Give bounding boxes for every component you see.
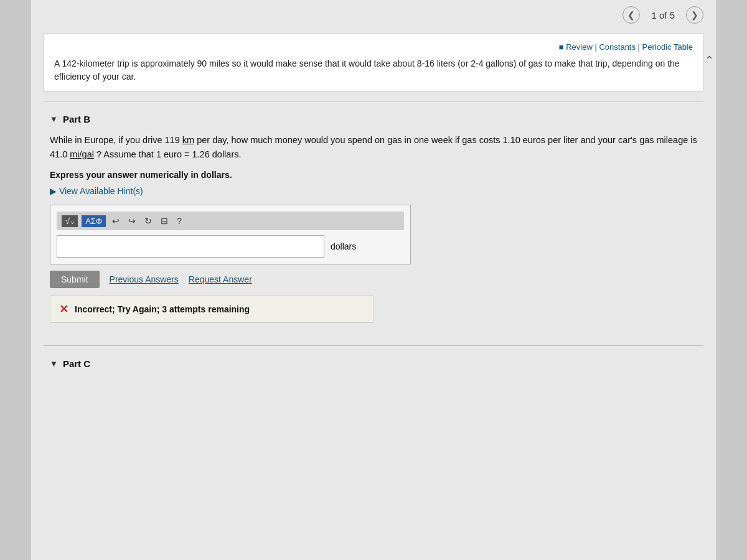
review-link[interactable]: ■ Review | Constants | Periodic Table — [559, 42, 693, 52]
next-page-button[interactable]: ❯ — [686, 6, 703, 24]
part-c-toggle[interactable]: ▼ — [50, 359, 58, 368]
math-editor-button[interactable]: √ ᵥ — [62, 215, 78, 227]
unit-label: dollars — [331, 241, 356, 251]
submit-row: Submit Previous Answers Request Answer — [50, 271, 697, 288]
keyboard-button[interactable]: ⊟ — [158, 215, 171, 227]
page-indicator: 1 of 5 — [651, 10, 675, 21]
instruction-text: Express your answer numerically in dolla… — [50, 170, 697, 180]
submit-button[interactable]: Submit — [50, 271, 100, 288]
part-b-question: While in Europe, if you drive 119 km per… — [50, 133, 697, 163]
review-bar: ■ Review | Constants | Periodic Table — [54, 41, 693, 54]
context-text: A 142-kilometer trip is approximately 90… — [54, 57, 693, 83]
divider-bottom — [44, 345, 703, 346]
sqrt-icon: √ — [65, 217, 70, 226]
pagination-controls: ❮ 1 of 5 ❯ — [622, 6, 703, 24]
error-text: Incorrect; Try Again; 3 attempts remaini… — [75, 304, 250, 314]
answer-input[interactable] — [57, 235, 324, 258]
part-c-title: Part C — [63, 358, 90, 369]
part-b-title: Part B — [63, 114, 90, 124]
part-b-header: ▼ Part B — [50, 114, 697, 124]
help-button[interactable]: ? — [174, 215, 184, 227]
refresh-button[interactable]: ↻ — [142, 215, 154, 227]
input-row: dollars — [57, 235, 404, 258]
greek-symbols-button[interactable]: ΑΣΦ — [82, 215, 106, 227]
divider-top — [44, 101, 703, 101]
answer-area: √ ᵥ ΑΣΦ ↩ ↪ ↻ ⊟ ? dollars — [50, 205, 411, 264]
top-navigation: ❮ 1 of 5 ❯ — [31, 0, 716, 30]
part-b-section: ▼ Part B While in Europe, if you drive 1… — [31, 108, 716, 340]
prev-page-button[interactable]: ❮ — [622, 6, 640, 24]
math-sub-icon: ᵥ — [71, 217, 74, 226]
previous-answers-link[interactable]: Previous Answers — [110, 274, 179, 284]
context-box: ■ Review | Constants | Periodic Table A … — [44, 33, 703, 91]
hint-arrow-icon: ▶ View Available Hint(s) — [50, 186, 143, 196]
math-toolbar: √ ᵥ ΑΣΦ ↩ ↪ ↻ ⊟ ? — [57, 212, 404, 230]
part-c-header: ▼ Part C — [50, 358, 697, 369]
undo-button[interactable]: ↩ — [110, 215, 122, 227]
scroll-up-arrow[interactable]: ⌃ — [705, 52, 714, 69]
error-icon: ✕ — [59, 302, 68, 316]
request-answer-link[interactable]: Request Answer — [189, 274, 252, 284]
redo-button[interactable]: ↪ — [126, 215, 138, 227]
part-b-toggle[interactable]: ▼ — [50, 114, 58, 124]
error-message-box: ✕ Incorrect; Try Again; 3 attempts remai… — [50, 296, 374, 323]
view-hint-link[interactable]: ▶ View Available Hint(s) — [50, 186, 697, 196]
part-c-section: ▼ Part C — [31, 352, 716, 384]
